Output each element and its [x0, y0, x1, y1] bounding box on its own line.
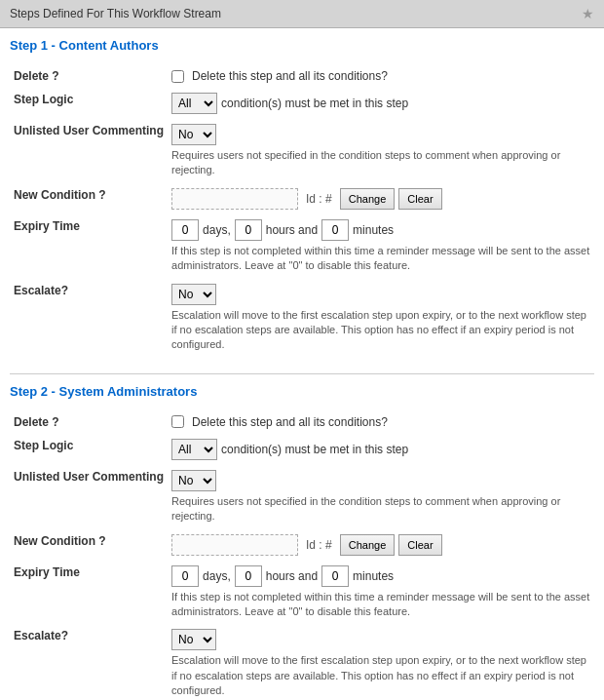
step2-escalate-select[interactable]: No Yes: [171, 629, 216, 650]
step1-condition-input[interactable]: [171, 188, 298, 210]
star-icon[interactable]: ★: [582, 6, 594, 21]
step2-expiry-days-text: days,: [203, 569, 231, 583]
step1-delete-row: Delete ? Delete this step and all its co…: [10, 64, 594, 88]
step1-clear-button[interactable]: Clear: [398, 188, 441, 210]
step1-escalate-value: No Yes Escalation will move to the first…: [168, 279, 594, 358]
step2-escalate-desc: Escalation will move to the first escala…: [171, 653, 590, 698]
step2-expiry-hours[interactable]: 0: [235, 565, 262, 587]
step1-condition-label: New Condition ?: [10, 183, 168, 214]
step1-logic-suffix: condition(s) must be met in this step: [221, 97, 408, 110]
step1-unlisted-label: Unlisted User Commenting: [10, 119, 168, 183]
step2-delete-label: Delete ?: [10, 410, 168, 434]
main-content: Step 1 - Content Authors Delete ? Delete…: [0, 28, 604, 700]
step2-unlisted-row: Unlisted User Commenting No Yes Requires…: [10, 465, 594, 529]
step2-logic-select[interactable]: All Any: [171, 439, 217, 460]
step2-title: Step 2 - System Administrators: [10, 384, 594, 403]
step1-unlisted-desc: Requires users not specified in the cond…: [171, 148, 590, 178]
step1-logic-row: Step Logic All Any condition(s) must be …: [10, 88, 594, 119]
step1-title: Step 1 - Content Authors: [10, 38, 594, 57]
step2-delete-row: Delete ? Delete this step and all its co…: [10, 410, 594, 434]
step2-logic-row: Step Logic All Any condition(s) must be …: [10, 434, 594, 465]
step2-condition-label: New Condition ?: [10, 529, 168, 561]
step1-escalate-desc: Escalation will move to the first escala…: [171, 308, 590, 353]
step1-logic-label: Step Logic: [10, 88, 168, 119]
page-header: Steps Defined For This Workflow Stream ★: [0, 0, 604, 28]
step1-condition-value: Id : # Change Clear: [168, 183, 594, 214]
page-title: Steps Defined For This Workflow Stream: [10, 7, 221, 20]
step2-unlisted-select[interactable]: No Yes: [171, 470, 216, 491]
step1-escalate-row: Escalate? No Yes Escalation will move to…: [10, 279, 594, 358]
step2-escalate-value: No Yes Escalation will move to the first…: [168, 624, 594, 700]
step2-expiry-value: 0 days, 0 hours and 0 minutes If this st…: [168, 561, 594, 625]
step2-expiry-days[interactable]: 0: [171, 565, 199, 587]
step1-escalate-select[interactable]: No Yes: [171, 284, 216, 305]
step2-unlisted-value: No Yes Requires users not specified in t…: [168, 465, 594, 529]
step2-unlisted-desc: Requires users not specified in the cond…: [171, 494, 590, 525]
step2-condition-input[interactable]: [171, 534, 298, 556]
step1-condition-row: New Condition ? Id : # Change Clear: [10, 183, 594, 214]
step2-form: Delete ? Delete this step and all its co…: [10, 410, 594, 700]
step2-logic-label: Step Logic: [10, 434, 168, 465]
step2-delete-value: Delete this step and all its conditions?: [168, 410, 594, 434]
step2-delete-text: Delete this step and all its conditions?: [192, 415, 388, 429]
step2-condition-row: New Condition ? Id : # Change Clear: [10, 529, 594, 561]
step1-unlisted-row: Unlisted User Commenting No Yes Requires…: [10, 119, 594, 183]
step2-change-button[interactable]: Change: [340, 534, 396, 556]
step1-change-button[interactable]: Change: [340, 188, 396, 210]
step2-condition-value: Id : # Change Clear: [168, 529, 594, 561]
step1-expiry-minutes[interactable]: 0: [321, 219, 349, 241]
step1-escalate-label: Escalate?: [10, 279, 168, 358]
step2-expiry-desc: If this step is not completed within thi…: [171, 590, 590, 620]
step2-expiry-row: Expiry Time 0 days, 0 hours and 0 minute…: [10, 561, 594, 625]
step2-expiry-minutes-text: minutes: [353, 569, 394, 583]
step2-delete-checkbox[interactable]: [171, 415, 184, 428]
step1-condition-id: Id : #: [306, 192, 332, 206]
step1-expiry-desc: If this step is not completed within thi…: [171, 244, 590, 274]
step1-delete-checkbox[interactable]: [171, 70, 184, 83]
step2-section: Step 2 - System Administrators Delete ? …: [10, 373, 594, 700]
step1-delete-value: Delete this step and all its conditions?: [168, 64, 594, 88]
step1-expiry-value: 0 days, 0 hours and 0 minutes If this st…: [168, 214, 594, 279]
step2-clear-button[interactable]: Clear: [398, 534, 441, 556]
step1-expiry-hours[interactable]: 0: [235, 219, 262, 241]
step2-unlisted-label: Unlisted User Commenting: [10, 465, 168, 529]
step2-escalate-label: Escalate?: [10, 624, 168, 700]
step2-expiry-label: Expiry Time: [10, 561, 168, 625]
step1-expiry-minutes-text: minutes: [353, 223, 394, 237]
step2-condition-id: Id : #: [306, 538, 332, 552]
step1-logic-select[interactable]: All Any: [171, 93, 217, 114]
step1-unlisted-value: No Yes Requires users not specified in t…: [168, 119, 594, 183]
step2-logic-suffix: condition(s) must be met in this step: [221, 443, 408, 456]
step2-logic-value: All Any condition(s) must be met in this…: [168, 434, 594, 465]
step2-expiry-minutes[interactable]: 0: [321, 565, 349, 587]
step1-expiry-hours-text: hours and: [266, 223, 318, 237]
step1-logic-value: All Any condition(s) must be met in this…: [168, 88, 594, 119]
step2-expiry-hours-text: hours and: [266, 569, 318, 583]
step1-expiry-days-text: days,: [203, 223, 231, 237]
step1-form: Delete ? Delete this step and all its co…: [10, 64, 594, 358]
step1-unlisted-select[interactable]: No Yes: [171, 124, 216, 145]
step1-expiry-row: Expiry Time 0 days, 0 hours and 0 minute…: [10, 214, 594, 279]
step1-delete-label: Delete ?: [10, 64, 168, 88]
step1-delete-text: Delete this step and all its conditions?: [192, 69, 388, 83]
step1-section: Step 1 - Content Authors Delete ? Delete…: [10, 38, 594, 358]
step2-escalate-row: Escalate? No Yes Escalation will move to…: [10, 624, 594, 700]
step1-expiry-days[interactable]: 0: [171, 219, 199, 241]
step1-expiry-label: Expiry Time: [10, 214, 168, 279]
